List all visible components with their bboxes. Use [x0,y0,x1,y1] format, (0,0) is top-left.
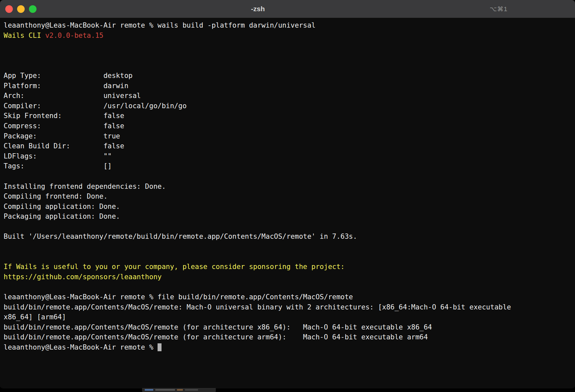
terminal-line: Clean Build Dir: false [4,141,571,151]
terminal-text: leaanthony@Leas-MacBook-Air remote % wai… [4,21,315,29]
terminal-line [4,61,571,71]
terminal-line: leaanthony@Leas-MacBook-Air remote % fil… [4,292,571,302]
terminal-line: Built '/Users/leaanthony/remote/build/bi… [4,232,571,242]
terminal-line: Compiling application: Done. [4,202,571,212]
terminal-text: https://github.com/sponsors/leaanthony [4,273,162,281]
terminal-text: Platform: darwin [4,82,128,90]
keyboard-shortcut-hint: ⌥⌘1 [490,5,508,13]
terminal-line [4,282,571,292]
terminal-line: build/bin/remote.app/Contents/MacOS/remo… [4,322,571,332]
terminal-line [4,51,571,61]
terminal-text: Compiler: /usr/local/go/bin/go [4,102,187,110]
terminal-line: leaanthony@Leas-MacBook-Air remote % wai… [4,20,571,31]
close-button[interactable] [5,5,13,13]
terminal-line: Skip Frontend: false [4,111,571,121]
minimize-button[interactable] [17,5,25,13]
terminal-text: Packaging application: Done. [4,212,120,220]
zoom-button[interactable] [29,5,37,13]
terminal-line: build/bin/remote.app/Contents/MacOS/remo… [4,302,571,312]
terminal-text: If Wails is useful to you or your compan… [4,263,345,271]
terminal-window: -zsh ⌥⌘1 leaanthony@Leas-MacBook-Air rem… [0,0,575,388]
terminal-text: LDFlags: "" [4,152,112,160]
terminal-line: leaanthony@Leas-MacBook-Air remote % [4,342,571,353]
background-window-fragment [142,388,216,392]
terminal-line: Compress: false [4,121,571,131]
terminal-line [4,171,571,182]
terminal-text: Clean Build Dir: false [4,142,124,150]
terminal-text: Compiling frontend: Done. [4,192,108,200]
terminal-line: Packaging application: Done. [4,211,571,222]
terminal-line: https://github.com/sponsors/leaanthony [4,272,571,282]
terminal-text: Compiling application: Done. [4,203,120,210]
terminal-text: Compress: false [4,122,124,130]
terminal-line: Package: true [4,131,571,141]
terminal-line: build/bin/remote.app/Contents/MacOS/remo… [4,332,571,342]
terminal-text: leaanthony@Leas-MacBook-Air remote % fil… [4,293,353,301]
terminal-line: Compiling frontend: Done. [4,191,571,202]
terminal-line [4,40,571,51]
terminal-line: Tags: [] [4,161,571,171]
terminal-text: Installing frontend dependencies: Done. [4,183,166,190]
background-fragment-detail [185,389,198,391]
terminal-text: build/bin/remote.app/Contents/MacOS/remo… [4,303,511,311]
terminal-cursor [158,343,162,351]
terminal-line: Installing frontend dependencies: Done. [4,182,571,192]
traffic-lights [5,0,37,18]
desktop-background: -zsh ⌥⌘1 leaanthony@Leas-MacBook-Air rem… [0,0,575,392]
terminal-line: App Type: desktop [4,71,571,81]
terminal-text: x86_64] [arm64] [4,313,66,321]
terminal-output[interactable]: leaanthony@Leas-MacBook-Air remote % wai… [0,18,575,355]
background-fragment-detail [145,389,153,391]
terminal-text: Package: true [4,132,120,140]
terminal-text: build/bin/remote.app/Contents/MacOS/remo… [4,323,432,331]
terminal-line: Compiler: /usr/local/go/bin/go [4,101,571,111]
terminal-line: If Wails is useful to you or your compan… [4,262,571,272]
terminal-text: build/bin/remote.app/Contents/MacOS/remo… [4,333,428,341]
window-titlebar[interactable]: -zsh ⌥⌘1 [0,0,575,18]
background-fragment-detail [177,389,183,391]
terminal-text: leaanthony@Leas-MacBook-Air remote % [4,343,158,351]
terminal-line [4,242,571,252]
terminal-text: Arch: universal [4,92,141,100]
terminal-line: LDFlags: "" [4,151,571,161]
terminal-text: Wails CLI [4,32,45,39]
terminal-text: Skip Frontend: false [4,112,124,120]
terminal-line [4,222,571,232]
terminal-line: Platform: darwin [4,81,571,91]
window-title: -zsh [251,5,265,13]
terminal-text: Tags: [] [4,162,112,170]
background-fragment-detail [155,389,175,391]
terminal-line: x86_64] [arm64] [4,312,571,322]
terminal-text: Built '/Users/leaanthony/remote/build/bi… [4,233,357,240]
terminal-line: Wails CLI v2.0.0-beta.15 [4,31,571,41]
terminal-text: App Type: desktop [4,72,133,80]
terminal-line: Arch: universal [4,91,571,101]
terminal-text: v2.0.0-beta.15 [45,32,103,39]
terminal-line [4,252,571,262]
